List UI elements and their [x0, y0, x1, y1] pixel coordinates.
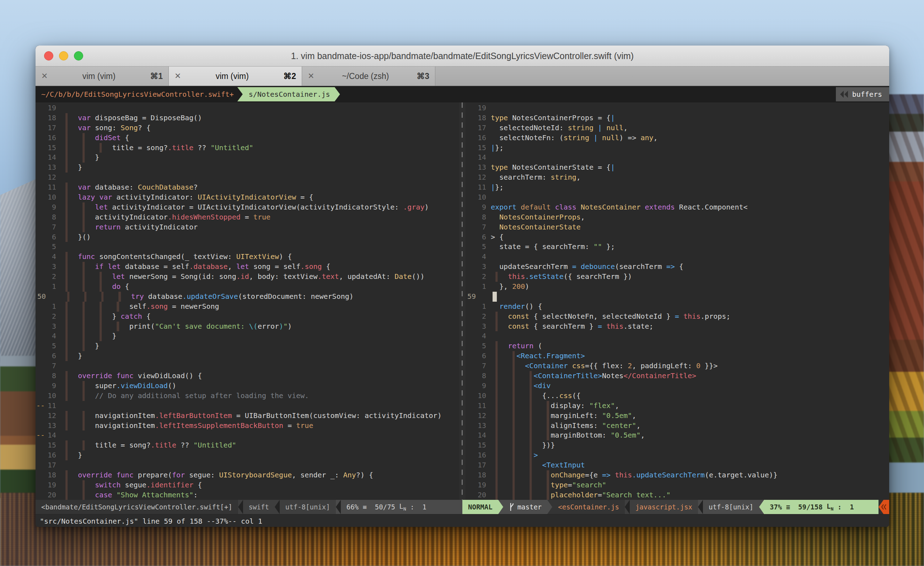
code-line[interactable]: 2let newerSong = Song(id: song.id, body:…: [36, 272, 459, 282]
code-line[interactable]: 12marginLeft: "0.5em",: [465, 411, 889, 421]
code-line[interactable]: 15title = song?.title ?? "Untitled": [36, 440, 459, 450]
code-text: type NotesContainerProps = {|: [491, 113, 615, 123]
code-line[interactable]: 17: [36, 460, 459, 470]
code-line[interactable]: 6> {: [465, 232, 889, 242]
code-line[interactable]: 16}: [36, 450, 459, 460]
code-line[interactable]: 19: [465, 103, 889, 113]
code-line[interactable]: 14marginBottom: "0.5em",: [465, 431, 889, 440]
code-line[interactable]: 1render() {: [465, 302, 889, 312]
code-line[interactable]: 9super.viewDidLoad(): [36, 381, 459, 391]
code-line[interactable]: 4func songContentsChanged(_ textView: UI…: [36, 252, 459, 262]
buffers-button[interactable]: buffers: [836, 87, 889, 101]
code-line[interactable]: 12navigationItem.leftBarButtonItem = UIB…: [36, 411, 459, 421]
code-line[interactable]: 14}: [36, 153, 459, 163]
code-line[interactable]: 6}: [36, 351, 459, 361]
tab-close-icon[interactable]: ✕: [36, 72, 53, 81]
code-line[interactable]: 8activityIndicator.hidesWhenStopped = tr…: [36, 212, 459, 222]
code-line[interactable]: 1}, 200): [465, 282, 889, 292]
code-line[interactable]: 3updateSearchTerm = debounce(searchTerm …: [465, 262, 889, 272]
tab-vim-1[interactable]: ✕ vim (vim) ⌘1: [36, 66, 169, 86]
code-line[interactable]: 13alignItems: "center",: [465, 421, 889, 431]
code-line[interactable]: 59: [465, 292, 889, 302]
code-line[interactable]: 12searchTerm: string,: [465, 173, 889, 182]
code-line[interactable]: 11|};: [465, 182, 889, 193]
code-line[interactable]: 17<TextInput: [465, 460, 889, 470]
pane-left-swift[interactable]: 1918var disposeBag = DisposeBag()17var s…: [36, 102, 459, 500]
vim-command-line[interactable]: "src/NotesContainer.js" line 59 of 158 -…: [36, 514, 889, 527]
code-text: override func prepare(for segue: UIStory…: [78, 470, 373, 480]
code-line[interactable]: 7<Container css={{ flex: 2, paddingLeft:…: [465, 361, 889, 371]
code-line[interactable]: 20case "Show Attachments":: [36, 490, 459, 500]
code-line[interactable]: 10// Do any additional setup after loadi…: [36, 391, 459, 401]
minimize-window-button[interactable]: [59, 51, 68, 60]
close-window-button[interactable]: [44, 51, 53, 60]
code-line[interactable]: --14: [36, 431, 459, 440]
code-line[interactable]: 16selectNoteFn: (string | null) => any,: [465, 133, 889, 143]
code-line[interactable]: 11display: "flex",: [465, 401, 889, 411]
code-line[interactable]: 16didSet {: [36, 133, 459, 143]
code-line[interactable]: 2this.setState({ searchTerm }): [465, 272, 889, 282]
code-line[interactable]: 4: [465, 252, 889, 262]
code-line[interactable]: 7NotesContainerState: [465, 222, 889, 232]
code-line[interactable]: 1self.song = newerSong: [36, 302, 459, 312]
inactive-buffer-name[interactable]: ~/C/b/b/b/EditSongLyricsViewController.s…: [36, 90, 234, 99]
code-line[interactable]: 19: [36, 103, 459, 113]
code-line[interactable]: 6}(): [36, 232, 459, 242]
code-line[interactable]: 5return (: [465, 341, 889, 351]
code-line[interactable]: 50try database.updateOrSave(storedDocume…: [36, 292, 459, 302]
zoom-window-button[interactable]: [74, 51, 83, 60]
code-line[interactable]: 18override func prepare(for segue: UISto…: [36, 470, 459, 480]
code-line[interactable]: 3if let database = self.database, let so…: [36, 262, 459, 272]
code-line[interactable]: 17selectedNoteId: string | null,: [465, 123, 889, 133]
code-line[interactable]: 4: [465, 331, 889, 341]
code-line[interactable]: 3const { searchTerm } = this.state;: [465, 322, 889, 331]
tab-close-icon[interactable]: ✕: [169, 72, 187, 81]
code-line[interactable]: 15|};: [465, 143, 889, 153]
code-line[interactable]: 18type NotesContainerProps = {|: [465, 113, 889, 123]
code-line[interactable]: 13type NotesContainerState = {|: [465, 163, 889, 173]
code-line[interactable]: 13navigationItem.leftItemsSupplementBack…: [36, 421, 459, 431]
window-titlebar[interactable]: 1. vim bandmate-ios-app/bandmate/bandmat…: [36, 45, 889, 66]
code-line[interactable]: 8override func viewDidLoad() {: [36, 371, 459, 381]
code-line[interactable]: 18var disposeBag = DisposeBag(): [36, 113, 459, 123]
code-line[interactable]: 10{...css({: [465, 391, 889, 401]
tab-vim-2-active[interactable]: ✕ vim (vim) ⌘2: [169, 66, 302, 86]
code-line[interactable]: 10lazy var activityIndicator: UIActivity…: [36, 193, 459, 202]
code-line[interactable]: --11: [36, 401, 459, 411]
code-line[interactable]: 2} catch {: [36, 312, 459, 322]
code-line[interactable]: 11var database: CouchDatabase?: [36, 182, 459, 193]
code-line[interactable]: 5}: [36, 341, 459, 351]
code-line[interactable]: 7return activityIndicator: [36, 222, 459, 232]
code-line[interactable]: 9let activityIndicator = UIActivityIndic…: [36, 202, 459, 212]
code-line[interactable]: 19type="search": [465, 480, 889, 490]
indent-guides: [61, 341, 95, 351]
code-line[interactable]: 13}: [36, 163, 459, 173]
code-line[interactable]: 5state = { searchTerm: "" };: [465, 242, 889, 252]
tab-zsh-3[interactable]: ✕ ~/Code (zsh) ⌘3: [302, 66, 435, 86]
code-line[interactable]: 20placeholder="Search text...": [465, 490, 889, 500]
tab-close-icon[interactable]: ✕: [302, 72, 320, 81]
code-line[interactable]: 17var song: Song? {: [36, 123, 459, 133]
code-line[interactable]: 7: [36, 361, 459, 371]
code-line[interactable]: 4}: [36, 331, 459, 341]
code-line[interactable]: 1do {: [36, 282, 459, 292]
code-line[interactable]: 2const { selectNoteFn, selectedNoteId } …: [465, 312, 889, 322]
code-line[interactable]: 19switch segue.identifier {: [36, 480, 459, 490]
active-buffer-tab[interactable]: s/NotesContainer.js: [237, 87, 340, 101]
code-line[interactable]: 5: [36, 242, 459, 252]
code-line[interactable]: 15})}: [465, 440, 889, 450]
code-line[interactable]: 8NotesContainerProps,: [465, 212, 889, 222]
pane-right-javascript[interactable]: 1918type NotesContainerProps = {|17selec…: [465, 102, 889, 500]
code-line[interactable]: 12: [36, 173, 459, 182]
code-line[interactable]: 9export default class NotesContainer ext…: [465, 202, 889, 212]
code-line[interactable]: 3print("Can't save document: \(error)"): [36, 322, 459, 331]
code-line[interactable]: 16>: [465, 450, 889, 460]
code-line[interactable]: 18onChange={e => this.updateSearchTerm(e…: [465, 470, 889, 480]
code-line[interactable]: 9<div: [465, 381, 889, 391]
code-line[interactable]: 14: [465, 153, 889, 163]
code-line[interactable]: 10: [465, 193, 889, 202]
vertical-split-divider[interactable]: [459, 102, 465, 500]
code-line[interactable]: 8<ContainerTitle>Notes</ContainerTitle>: [465, 371, 889, 381]
code-line[interactable]: 6<React.Fragment>: [465, 351, 889, 361]
code-line[interactable]: 15title = song?.title ?? "Untitled": [36, 143, 459, 153]
